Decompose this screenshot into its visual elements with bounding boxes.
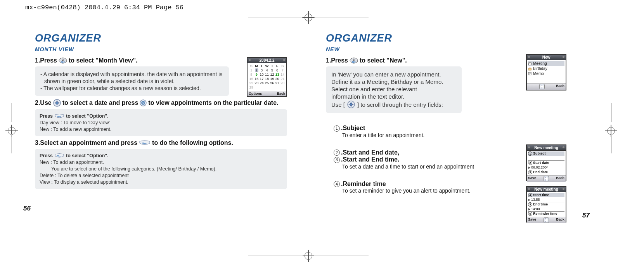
guide-line — [248, 256, 303, 256]
svg-text:Menu: Menu — [142, 143, 147, 144]
opt2-line: You are to select one of the following c… — [40, 166, 282, 172]
field-desc-reminder: To set a reminder to give you an alert t… — [342, 188, 528, 194]
nav-indicator-icon — [544, 217, 549, 223]
nm1-subject-row[interactable]: 1Subject — [528, 151, 564, 156]
page-title-left: ORGANIZER — [35, 32, 287, 44]
new-intro-box: In 'New' you can enter a new appointment… — [326, 66, 462, 113]
field-datetime-block: 2.Start and End date, 3.Start and End ti… — [334, 149, 528, 170]
guide-line — [11, 134, 12, 153]
circled-4-icon: 4 — [334, 181, 340, 187]
step2-text-b: to select a date and press — [62, 99, 138, 106]
new-item-label: Memo — [533, 71, 544, 76]
section-new: NEW — [326, 46, 340, 53]
svg-text:DEF: DEF — [352, 61, 355, 63]
phone-mock-calendar: 2004.2.2 SMTWTFS 1234567 891011121314 15… — [247, 57, 287, 97]
softkey-back[interactable]: Back — [556, 217, 564, 223]
field-label-reminder: .Reminder time — [341, 181, 386, 187]
nm1-enddate-row[interactable]: 3End date — [528, 170, 564, 174]
calendar-grid: SMTWTFS 1234567 891011121314 15161718192… — [249, 64, 285, 90]
new-item-meeting[interactable]: Meeting — [528, 61, 564, 66]
step1-text-a: 1.Press — [35, 57, 57, 64]
guide-line — [11, 103, 12, 122]
intro-line5a: Use [ — [331, 101, 345, 108]
nm2-body: 4Start time 13:55 5End time 14:00 6Remin… — [527, 192, 566, 217]
nm1-subject-input[interactable] — [528, 156, 564, 161]
intro-line: Select one and enter the relevant — [331, 86, 456, 92]
guide-line — [611, 134, 612, 153]
memo-icon — [528, 72, 532, 76]
field-subject-block: 1.Subject To enter a title for an appoin… — [334, 125, 462, 138]
svg-point-15 — [350, 103, 353, 106]
circled-1-icon: 1 — [334, 125, 340, 132]
step-1-month-view: 1.Press 2ABC to select "Month View". — [35, 57, 229, 64]
nav-pad-icon — [53, 99, 61, 107]
softkey-save[interactable]: Save — [528, 176, 536, 181]
softkey-menu-icon: Menu — [54, 153, 64, 158]
step3-text-a: 3.Select an appointment and press — [35, 139, 137, 146]
phone-title-new-meeting: New meeting — [527, 145, 566, 151]
phone-title-new-meeting: New meeting — [527, 187, 566, 192]
page-57: ORGANIZER NEW 1.Press 3DEF to select "Ne… — [314, 32, 590, 196]
step2-text-a: 2.Use — [35, 99, 52, 106]
field-desc-datetime: To set a date and a time to start or end… — [342, 163, 528, 170]
phone-softkeys: SaveBack — [527, 217, 566, 223]
step-1-new: 1.Press 3DEF to select "New". — [326, 57, 462, 64]
opt2-line: Delete : To delete a selected appointmen… — [40, 173, 282, 178]
step2-text-c: to view appointments on the particular d… — [148, 99, 278, 106]
nm2-starttime-value[interactable]: 13:55 — [528, 197, 564, 202]
step-2-select-date: 2.Use to select a date and press OK to v… — [35, 99, 287, 107]
nm1-startdate-value[interactable]: 06.02.2004 — [528, 165, 564, 170]
phone-title-calendar: 2004.2.2 — [248, 58, 286, 63]
opt1-press: Press — [40, 113, 53, 119]
nm1-body: 1Subject 2Start date 06.02.2004 3End dat… — [527, 151, 566, 175]
phone-softkeys: SaveBack — [527, 175, 566, 182]
key-3-icon: 3DEF — [350, 57, 358, 64]
step3-text-b: to do the following options. — [152, 139, 233, 146]
nm2-endtime-row[interactable]: 5End time — [528, 202, 564, 207]
guide-line — [314, 256, 369, 256]
new-item-birthday[interactable]: Birthday — [528, 66, 564, 71]
birthday-icon — [528, 67, 532, 71]
nm2-reminder-row[interactable]: 6Reminder time — [528, 212, 564, 216]
intro-line: Define it as a Meeting, Birthday or a Me… — [331, 78, 456, 85]
page-number-56: 56 — [23, 205, 31, 212]
phone-title-new: New — [527, 55, 566, 60]
softkey-save[interactable]: Save — [528, 217, 536, 223]
svg-point-4 — [55, 102, 58, 104]
softkey-back[interactable]: Back — [556, 84, 564, 89]
calendar-selected-date: 2 — [255, 68, 258, 72]
phone-mock-new-meeting-1: New meeting 1Subject 2Start date 06.02.2… — [526, 144, 566, 181]
note-line: shown in green color, while a selected d… — [40, 78, 223, 84]
new-item-memo[interactable]: Memo — [528, 71, 564, 76]
opt1-select-option: to select "Option". — [66, 113, 109, 119]
field-reminder-block: 4.Reminder time To set a reminder to giv… — [334, 181, 528, 194]
circled-5-icon: 5 — [528, 202, 532, 207]
nm1-startdate-row[interactable]: 2Start date — [528, 161, 564, 165]
circled-1-icon: 1 — [528, 151, 532, 156]
softkey-options[interactable]: Options — [249, 92, 262, 96]
month-view-notes: - A calendar is displayed with appointme… — [35, 66, 229, 96]
circled-4-icon: 4 — [528, 193, 532, 197]
key-2-icon: 2ABC — [59, 57, 67, 64]
svg-text:ABC: ABC — [61, 61, 65, 63]
print-header-info: mx-c99en(0428) 2004.4.29 6:34 PM Page 56 — [25, 4, 184, 11]
intro-line: In 'New' you can enter a new appointment… — [331, 71, 456, 78]
page-56: ORGANIZER MONTH VIEW 1.Press 2ABC to sel… — [23, 32, 299, 189]
circled-3-icon: 3 — [528, 170, 532, 174]
page-title-right: ORGANIZER — [326, 32, 578, 44]
crop-mark-bottom — [303, 250, 314, 262]
guide-line — [611, 103, 612, 122]
meeting-icon — [528, 62, 532, 66]
calendar-body: SMTWTFS 1234567 891011121314 15161718192… — [248, 63, 286, 91]
step1-new-b: to select "New". — [360, 57, 407, 64]
softkey-back[interactable]: Back — [277, 92, 285, 96]
softkey-menu-icon: Menu — [139, 140, 151, 146]
softkey-back[interactable]: Back — [556, 176, 564, 181]
step-3-select-appointment: 3.Select an appointment and press Menu t… — [35, 139, 287, 146]
opt2-press: Press — [40, 153, 53, 158]
nm2-endtime-value[interactable]: 14:00 — [528, 207, 564, 212]
guide-line — [314, 17, 369, 17]
nm2-starttime-row[interactable]: 4Start time — [528, 193, 564, 197]
svg-text:2: 2 — [62, 58, 64, 61]
nav-indicator-icon — [544, 176, 549, 181]
